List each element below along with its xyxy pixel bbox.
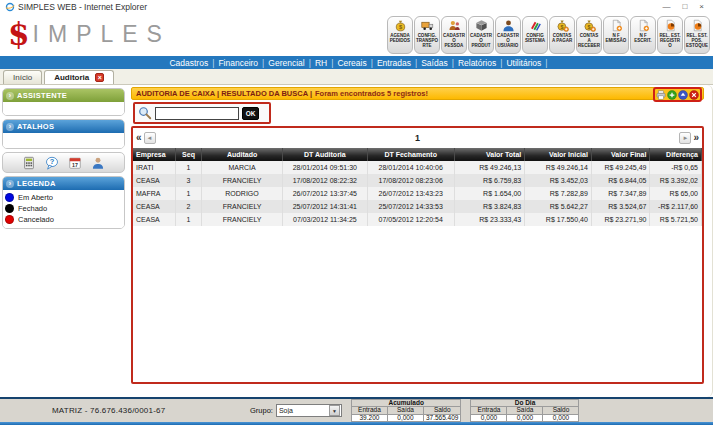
legend-label: Cancelado — [18, 215, 54, 224]
legend-list: Em AbertoFechadoCancelado — [3, 190, 124, 228]
table-header-row: EmpresaSeqAuditadoDT AuditoriaDT Fechame… — [133, 148, 702, 161]
person-card-icon — [448, 19, 461, 32]
column-header[interactable]: DT Fechamento — [367, 148, 454, 161]
table-cell: R$ 3.392,02 — [650, 174, 702, 187]
column-header[interactable]: Valor Total — [454, 148, 525, 161]
menu-item-7[interactable]: Relatórios — [454, 58, 500, 68]
close-button[interactable]: × — [699, 3, 704, 11]
table-cell: 17/08/2012 08:22:32 — [282, 174, 367, 187]
table-row[interactable]: MAFRA1RODRIGO26/07/2012 13:37:4526/07/20… — [133, 187, 702, 200]
menu-item-5[interactable]: Entradas — [373, 58, 415, 68]
toolbar-button-money-bag-plus[interactable]: $CONTAS A PAGAR — [549, 16, 575, 54]
grupo-select[interactable]: Soja ▼ — [276, 404, 342, 417]
tab-auditoria-label: Auditoria — [54, 73, 89, 82]
close-circle-button[interactable] — [689, 90, 699, 100]
status-dot-icon — [5, 204, 14, 213]
table-cell: CEASA — [133, 174, 175, 187]
table-cell: 25/07/2012 14:33:53 — [367, 200, 454, 213]
table-cell: FRANCIELY — [202, 213, 283, 226]
calculator-icon[interactable] — [22, 156, 36, 170]
table-cell: 26/07/2012 13:43:23 — [367, 187, 454, 200]
column-header[interactable]: Seq — [175, 148, 201, 161]
action-buttons — [653, 87, 702, 102]
toolbar-button-user[interactable]: CADASTRO USUARIOS — [495, 16, 521, 54]
ok-button[interactable]: OK — [242, 107, 259, 120]
last-page-button[interactable]: » — [693, 133, 699, 143]
toolbar-button-pie-doc[interactable]: REL. EST. REGISTRO INVENTÁRIO — [657, 16, 683, 54]
toolbar: $AGENDA PEDIDOSCONFIG. TRANSPORTE PROD.C… — [387, 16, 710, 54]
table-body: IRATI1MARCIA28/01/2014 09:51:3028/01/201… — [133, 161, 702, 226]
svg-text:?: ? — [50, 157, 55, 166]
table-cell: 1 — [175, 187, 201, 200]
column-header[interactable]: Diferença — [650, 148, 702, 161]
calendar-icon[interactable]: 17 — [68, 156, 82, 170]
logo-dollar-sign: $ — [8, 21, 30, 49]
toolbar-button-person-card[interactable]: CADASTRO PESSOA — [441, 16, 467, 54]
toolbar-button-doc-plus[interactable]: N F EMISSÃO — [603, 16, 629, 54]
printer-button[interactable] — [656, 90, 666, 100]
panel-assistente-header[interactable]: › ASSISTENTE — [3, 89, 124, 102]
menu-item-0[interactable]: Cadastros — [165, 58, 212, 68]
column-header[interactable]: Empresa — [133, 148, 175, 161]
menu-item-6[interactable]: Saídas — [417, 58, 451, 68]
panel-legenda-header[interactable]: › LEGENDA — [3, 177, 124, 190]
table-row[interactable]: CEASA1FRANCIELY07/03/2012 11:34:2507/05/… — [133, 213, 702, 226]
panel-atalhos-header[interactable]: › ATALHOS — [3, 120, 124, 133]
menu-separator: | — [545, 58, 547, 68]
menu-item-1[interactable]: Financeiro — [214, 58, 262, 68]
footer-tables: AcumuladoEntradaSaídaSaldo39.2000,00037.… — [342, 399, 580, 422]
next-page-button[interactable]: ► — [679, 132, 691, 144]
toolbar-button-pie-doc[interactable]: REL. EST. POS. ESTOQUE — [684, 16, 710, 54]
table-cell: R$ 3.824,83 — [454, 200, 525, 213]
table-row[interactable]: IRATI1MARCIA28/01/2014 09:51:3028/01/201… — [133, 161, 702, 174]
toolbar-button-truck[interactable]: CONFIG. TRANSPORTE PROD. — [414, 16, 440, 54]
footer-table-value: 0,000 — [507, 414, 543, 422]
dropdown-arrow-icon: ▼ — [329, 405, 340, 416]
legend-item: Fechado — [5, 203, 122, 214]
menu-item-3[interactable]: RH — [311, 58, 331, 68]
toolbar-button-doc-plus[interactable]: N F ESCRIT. — [630, 16, 656, 54]
column-header[interactable]: Valor Final — [591, 148, 650, 161]
toolbar-button-label: REL. EST. REGISTRO INVENTÁRIO — [658, 33, 682, 48]
column-header[interactable]: Valor Inicial — [525, 148, 592, 161]
table-cell: 2 — [175, 200, 201, 213]
prev-page-button[interactable]: ◄ — [144, 132, 156, 144]
table-cell: 07/03/2012 11:34:25 — [282, 213, 367, 226]
status-bar: MATRIZ - 76.676.436/0001-67 Grupo: Soja … — [0, 399, 713, 422]
table-row[interactable]: CEASA3FRANCIELY17/08/2012 08:22:3217/08/… — [133, 174, 702, 187]
column-header[interactable]: Auditado — [202, 148, 283, 161]
toolbar-button-label: CADASTRO USUARIOS — [496, 33, 520, 48]
internet-explorer-icon — [5, 2, 15, 12]
table-row[interactable]: CEASA2FRANCIELY25/07/2012 14:31:4125/07/… — [133, 200, 702, 213]
palette-icon — [529, 19, 542, 32]
svg-text:$: $ — [560, 24, 563, 30]
table-cell: 26/07/2012 13:37:45 — [282, 187, 367, 200]
tab-inicio[interactable]: Início — [3, 70, 42, 84]
magnifier-icon[interactable] — [138, 106, 152, 120]
menu-item-2[interactable]: Gerencial — [264, 58, 308, 68]
table-cell: R$ 3.452,03 — [525, 174, 592, 187]
toolbar-button-palette[interactable]: CONFIG SISTEMA — [522, 16, 548, 54]
table-cell: -R$ 2.117,60 — [650, 200, 702, 213]
toolbar-button-money-bag[interactable]: $AGENDA PEDIDOS — [387, 16, 413, 54]
menu-item-4[interactable]: Cereais — [333, 58, 370, 68]
up-circle-button[interactable] — [678, 90, 688, 100]
table-cell: R$ 6.844,05 — [591, 174, 650, 187]
toolbar-button-money-bag-plus[interactable]: $CONTAS A RECEBER — [576, 16, 602, 54]
column-header[interactable]: DT Auditoria — [282, 148, 367, 161]
help-balloon-icon[interactable]: ? — [45, 156, 59, 170]
plus-circle-button[interactable] — [667, 90, 677, 100]
maximize-button[interactable]: □ — [682, 3, 687, 11]
minimize-button[interactable]: — — [662, 3, 670, 11]
first-page-button[interactable]: « — [136, 133, 142, 143]
tab-auditoria[interactable]: Auditoria × — [44, 70, 114, 84]
toolbar-button-products[interactable]: CADASTRO PRODUTOS — [468, 16, 494, 54]
person-icon[interactable] — [91, 156, 105, 170]
menu-item-8[interactable]: Utilitários — [502, 58, 545, 68]
results-table: EmpresaSeqAuditadoDT AuditoriaDT Fechame… — [133, 148, 702, 226]
table-cell: R$ 23.333,43 — [454, 213, 525, 226]
search-input[interactable] — [155, 107, 239, 120]
tab-close-icon[interactable]: × — [95, 73, 104, 82]
legend-item: Cancelado — [5, 214, 122, 225]
toolbar-button-label: REL. EST. POS. ESTOQUE — [685, 33, 709, 48]
